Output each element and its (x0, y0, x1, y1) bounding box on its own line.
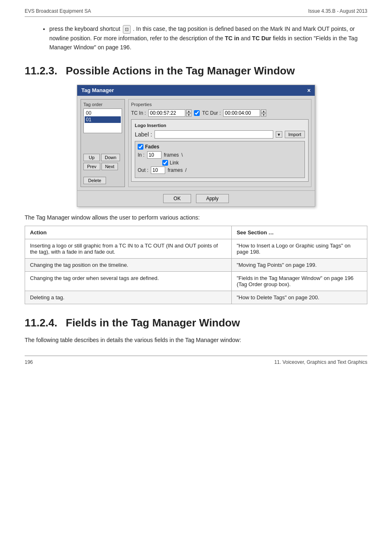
ok-button[interactable]: OK (163, 194, 191, 203)
header-right: Issue 4.35.B - August 2013 (308, 8, 367, 14)
header-left: EVS Broadcast Equipment SA (25, 8, 91, 14)
import-button[interactable]: Import (285, 131, 305, 138)
table-cell-see: "Fields in the Tag Manager Window" on pa… (231, 271, 367, 291)
down-button[interactable]: Down (101, 154, 120, 161)
tag-order-label: Tag order (83, 102, 122, 107)
fades-out-unit: frames (168, 167, 183, 173)
table-cell-action: Deleting a tag. (25, 291, 232, 304)
actions-table: Action See Section … Inserting a logo or… (25, 226, 367, 304)
tc-dur-up[interactable]: ▲ (261, 109, 266, 113)
dialog-container: Tag Manager × Tag order 00 01 (25, 85, 367, 207)
fades-checkbox[interactable] (138, 144, 143, 150)
section-1123-heading: 11.2.3. Possible Actions in the Tag Mana… (25, 65, 367, 77)
logo-insertion-box: Logo Insertion Label : ▼ Import Fades (131, 119, 309, 182)
footer-right: 11. Voiceover, Graphics and Text Graphic… (274, 359, 367, 365)
footer-bar: 196 11. Voiceover, Graphics and Text Gra… (25, 356, 367, 365)
section-1124-desc: The following table describes in details… (25, 337, 367, 343)
table-cell-action: Changing the tag order when several tags… (25, 271, 232, 291)
section-1123-title: Possible Actions in the Tag Manager Wind… (66, 65, 295, 77)
fades-out-row: Out : frames / (138, 166, 302, 174)
fades-out-label: Out : (138, 167, 148, 173)
dialog-body: Tag order 00 01 Up Down Pre (77, 96, 315, 190)
dialog-title: Tag Manager (81, 87, 114, 93)
tag-order-buttons: Up Down Prev Next (83, 154, 122, 170)
table-cell-action: Changing the tag position on the timelin… (25, 258, 232, 271)
tag-list: 00 01 (83, 109, 122, 133)
label-row: Label : ▼ Import (135, 130, 305, 139)
tc-in-down[interactable]: ▼ (186, 113, 191, 117)
fades-in-unit: frames (164, 152, 179, 158)
link-row: Link (162, 160, 302, 166)
properties-label: Properties (131, 102, 309, 107)
tc-in-field: ▲ ▼ (148, 109, 191, 117)
dialog-close-button[interactable]: × (307, 87, 311, 94)
section-1124-number: 11.2.4. (25, 317, 66, 329)
tc-row: TC In : ▲ ▼ TC Dur : (131, 109, 309, 117)
bullet-item: press the keyboard shortcut ⊡ . In this … (49, 24, 367, 52)
tag-list-item-01[interactable]: 01 (85, 116, 121, 123)
page: EVS Broadcast Equipment SA Issue 4.35.B … (0, 0, 392, 382)
fades-in-label: In : (138, 152, 145, 158)
link-checkbox[interactable] (162, 160, 168, 166)
tag-manager-dialog: Tag Manager × Tag order 00 01 (77, 85, 315, 207)
table-row: Changing the tag position on the timelin… (25, 258, 367, 271)
table-header-row: Action See Section … (25, 226, 367, 239)
table-row: Inserting a logo or still graphic from a… (25, 239, 367, 258)
tc-in-label: TC In : (131, 110, 146, 116)
tc-dur-label: TC Dur : (202, 110, 221, 116)
fades-title-row: Fades (138, 144, 302, 150)
keyboard-icon: ⊡ (123, 25, 131, 34)
section-1123-number: 11.2.3. (25, 65, 66, 77)
col-see-header: See Section … (231, 226, 367, 239)
bullet-section: press the keyboard shortcut ⊡ . In this … (41, 24, 367, 52)
tc-dur-down[interactable]: ▼ (261, 113, 266, 117)
logo-insertion-title: Logo Insertion (135, 123, 305, 128)
prev-next-row: Prev Next (83, 163, 122, 170)
fades-out-slash: / (185, 167, 187, 173)
label-input[interactable] (154, 130, 273, 139)
table-row: Changing the tag order when several tags… (25, 271, 367, 291)
fades-label: Fades (145, 144, 159, 150)
tag-order-panel: Tag order 00 01 Up Down Pre (81, 99, 125, 187)
fades-in-slash: \ (181, 152, 182, 158)
dialog-titlebar: Tag Manager × (77, 85, 315, 96)
table-row: Deleting a tag."How to Delete Tags" on p… (25, 291, 367, 304)
up-button[interactable]: Up (83, 154, 100, 161)
up-down-row: Up Down (83, 154, 122, 161)
delete-button[interactable]: Delete (83, 177, 106, 184)
tc-in-spinner: ▲ ▼ (186, 109, 191, 117)
table-body: Inserting a logo or still graphic from a… (25, 239, 367, 304)
delete-row: Delete (83, 173, 122, 184)
tc-dur-checkbox[interactable] (194, 110, 200, 116)
table-cell-see: "How to Delete Tags" on page 200. (231, 291, 367, 304)
prev-button[interactable]: Prev (83, 163, 100, 170)
fades-in-row: In : frames \ (138, 151, 302, 159)
bullet-text1: press the keyboard shortcut (49, 25, 120, 32)
tc-dur-spinner: ▲ ▼ (261, 109, 266, 117)
table-cell-see: "How to Insert a Logo or Graphic using T… (231, 239, 367, 258)
fades-box: Fades In : frames \ Link (135, 141, 305, 178)
tc-dur-field: ▲ ▼ (223, 109, 266, 117)
table-cell-action: Inserting a logo or still graphic from a… (25, 239, 232, 258)
apply-button[interactable]: Apply (196, 194, 229, 203)
tc-dur-input[interactable] (223, 109, 260, 117)
description-text: The Tag Manager window allows the user t… (25, 214, 367, 221)
tc-in-input[interactable] (148, 109, 185, 117)
tag-list-item-00[interactable]: 00 (85, 110, 121, 116)
footer-left: 196 (25, 359, 33, 365)
label-label: Label : (135, 131, 152, 138)
section-1124-title: Fields in the Tag Manager Window (66, 317, 240, 329)
fades-in-input[interactable] (147, 151, 161, 159)
properties-panel: Properties TC In : ▲ ▼ TC (128, 99, 311, 187)
tc-in-up[interactable]: ▲ (186, 109, 191, 113)
col-action-header: Action (25, 226, 232, 239)
dialog-footer: OK Apply (77, 190, 315, 206)
header-bar: EVS Broadcast Equipment SA Issue 4.35.B … (25, 8, 367, 17)
section-1124-heading: 11.2.4. Fields in the Tag Manager Window (25, 317, 367, 329)
link-label: Link (170, 160, 179, 166)
label-dropdown[interactable]: ▼ (276, 131, 282, 138)
fades-out-input[interactable] (151, 166, 165, 174)
table-cell-see: "Moving Tag Points" on page 199. (231, 258, 367, 271)
next-button[interactable]: Next (101, 163, 118, 170)
